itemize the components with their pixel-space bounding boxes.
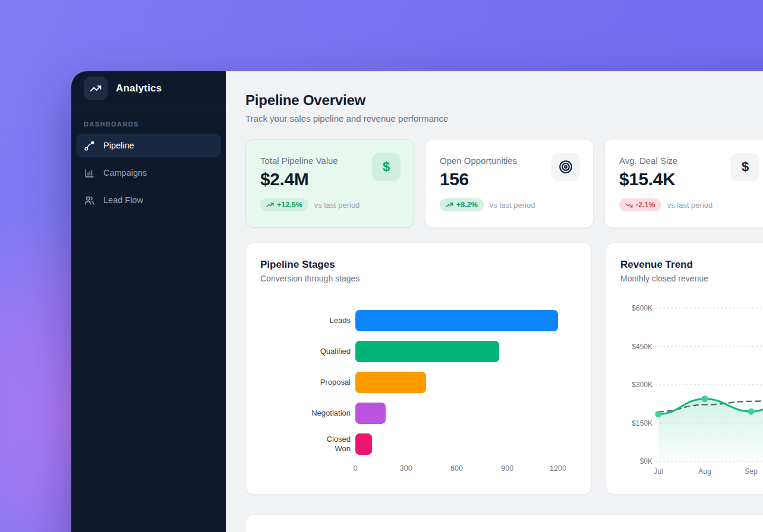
sidebar-item-label: Lead Flow xyxy=(103,195,143,205)
svg-text:$300K: $300K xyxy=(632,381,652,389)
delta-badge: +12.5% xyxy=(260,198,308,211)
analytics-logo xyxy=(84,77,108,100)
x-tick-label: 0 xyxy=(354,464,358,473)
dollar-icon: $ xyxy=(372,153,401,181)
svg-text:Jul: Jul xyxy=(654,467,663,476)
page-title: Pipeline Overview xyxy=(245,92,763,109)
bar xyxy=(355,372,426,393)
delta-value: +8.2% xyxy=(456,201,478,209)
svg-text:$150K: $150K xyxy=(632,419,652,428)
bar-row: Negotiation xyxy=(246,403,591,424)
kpi-meta: +12.5% vs last period xyxy=(260,198,399,211)
bar-track xyxy=(355,372,591,393)
svg-text:$450K: $450K xyxy=(632,343,652,351)
chart-subtitle: Monthly closed revenue xyxy=(620,274,763,283)
bar-track xyxy=(355,433,591,455)
kpi-compare: vs last period xyxy=(314,201,360,210)
brand-name: Analytics xyxy=(116,83,162,94)
dollar-glyph: $ xyxy=(742,159,749,175)
trending-up-icon xyxy=(446,201,453,209)
kpi-compare: vs last period xyxy=(490,201,535,210)
sidebar-item-label: Pipeline xyxy=(103,141,134,150)
sidebar-item-lead-flow[interactable]: Lead Flow xyxy=(76,188,221,212)
trending-down-icon xyxy=(625,201,633,209)
main-content: Pipeline Overview Track your sales pipel… xyxy=(226,71,763,532)
x-tick-label: 1200 xyxy=(550,464,566,473)
chart-subtitle: Conversion through stages xyxy=(260,274,577,283)
revenue-trend-card: Revenue Trend Monthly closed revenue $60… xyxy=(606,242,763,495)
dollar-icon: $ xyxy=(731,153,759,181)
kpi-card-open-opportunities: Open Opportunities 156 +8.2% vs last per… xyxy=(425,139,594,228)
bar xyxy=(355,310,558,331)
page-subtitle: Track your sales pipeline and revenue pe… xyxy=(245,113,763,124)
kpi-meta: +8.2% vs last period xyxy=(440,198,579,211)
delta-badge: -2.1% xyxy=(619,198,661,211)
bar-label: Qualified xyxy=(246,347,351,356)
brand: Analytics xyxy=(71,71,226,106)
svg-text:Sep: Sep xyxy=(745,467,758,476)
chart-title: Revenue Trend xyxy=(620,259,763,271)
trending-up-icon xyxy=(90,83,102,94)
trending-up-icon xyxy=(266,201,274,209)
delta-badge: +8.2% xyxy=(440,198,484,211)
chart-title: Pipeline Stages xyxy=(260,259,577,271)
partial-card-bottom xyxy=(245,514,763,532)
pipeline-stages-card: Pipeline Stages Conversion through stage… xyxy=(245,242,592,495)
kpi-card-total-pipeline-value: Total Pipeline Value $2.4M +12.5% vs las… xyxy=(245,139,414,228)
svg-text:$0K: $0K xyxy=(640,457,652,466)
dollar-glyph: $ xyxy=(383,159,390,175)
users-icon xyxy=(84,195,95,206)
bar-track xyxy=(355,403,591,424)
bar xyxy=(355,403,386,424)
charts-row: Pipeline Stages Conversion through stage… xyxy=(245,242,763,495)
bar-label: Closed Won xyxy=(246,435,351,454)
bar-track xyxy=(355,310,591,331)
bar xyxy=(355,433,372,455)
bar xyxy=(355,341,499,362)
delta-value: +12.5% xyxy=(277,201,302,209)
target-icon xyxy=(551,153,580,181)
bar-label: Proposal xyxy=(246,378,351,387)
kpi-compare: vs last period xyxy=(667,201,713,210)
x-tick-label: 300 xyxy=(400,464,412,473)
bar-track xyxy=(355,341,591,362)
bar-row: Closed Won xyxy=(246,433,591,455)
desktop-background: { "brand": { "name": "Analytics" }, "the… xyxy=(0,0,763,532)
kpi-row: Total Pipeline Value $2.4M +12.5% vs las… xyxy=(245,139,763,228)
bar-row: Proposal xyxy=(246,372,591,393)
sidebar: Analytics DASHBOARDS Pipeline xyxy=(71,71,226,532)
stages-bars: Leads Qualified Proposal Negotiation xyxy=(246,310,591,455)
kpi-meta: -2.1% vs last period xyxy=(619,198,758,211)
spline-route-icon xyxy=(84,140,95,151)
x-tick-label: 900 xyxy=(501,464,513,473)
sidebar-item-pipeline[interactable]: Pipeline xyxy=(76,134,221,157)
chart-head: Pipeline Stages Conversion through stage… xyxy=(246,259,591,283)
sidebar-item-label: Campaigns xyxy=(103,168,147,178)
svg-text:Aug: Aug xyxy=(698,467,711,476)
delta-value: -2.1% xyxy=(636,201,655,209)
x-tick-label: 600 xyxy=(450,464,463,473)
bar-label: Leads xyxy=(246,316,351,325)
app-window: Analytics DASHBOARDS Pipeline xyxy=(71,71,763,532)
bar-row: Leads xyxy=(246,310,591,331)
bar-chart-icon xyxy=(84,167,95,179)
bar-row: Qualified xyxy=(246,341,591,362)
chart-head: Revenue Trend Monthly closed revenue xyxy=(606,259,763,283)
sidebar-nav: Pipeline Campaigns xyxy=(71,134,226,212)
sidebar-section-label: DASHBOARDS xyxy=(84,121,226,128)
svg-text:$600K: $600K xyxy=(632,304,652,312)
stages-x-axis: 03006009001200 xyxy=(246,464,591,475)
bar-label: Negotiation xyxy=(246,408,351,418)
kpi-card-avg-deal-size: Avg. Deal Size $15.4K -2.1% vs last peri… xyxy=(604,139,763,228)
sidebar-item-campaigns[interactable]: Campaigns xyxy=(76,161,221,185)
